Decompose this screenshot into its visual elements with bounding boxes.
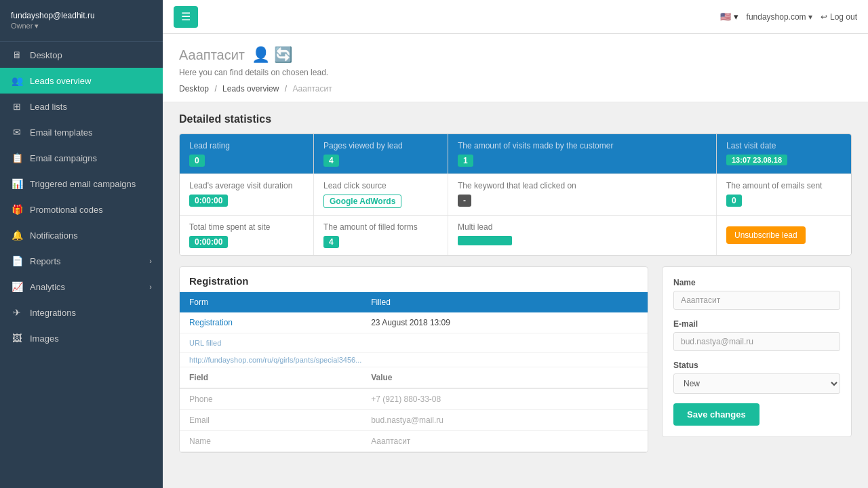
content: Аааптасит 👤 🔄 Here you can find details …: [163, 34, 868, 488]
col-form: Form: [180, 292, 361, 312]
table-header-row: Form Filled: [180, 292, 648, 312]
sidebar: fundayshop@leadhit.ru Owner ▾ 🖥 Desktop …: [0, 0, 163, 488]
registration-table: Form Filled Registration 23 August 2018 …: [180, 292, 648, 452]
domain-selector[interactable]: fundayshop.com ▾: [747, 12, 812, 22]
logout-label: Log out: [830, 12, 857, 22]
field-name: Phone: [180, 388, 361, 410]
flag-icon: 🇺🇸: [720, 12, 731, 22]
user-role[interactable]: Owner ▾: [11, 22, 152, 30]
table-row: Phone +7 (921) 880-33-08: [180, 388, 648, 410]
name-field-group: Name: [673, 278, 840, 310]
breadcrumb: Desktop / Leads overview / Аааптасит: [179, 84, 852, 94]
status-select[interactable]: New In progress Done Rejected: [673, 373, 840, 394]
stats-cell-lead-rating: Lead rating 0: [180, 134, 314, 174]
page-title: Аааптасит: [179, 47, 245, 63]
desktop-icon: 🖥: [11, 49, 23, 60]
save-changes-button[interactable]: Save changes: [673, 403, 760, 426]
page-header-icons: 👤 🔄: [252, 46, 292, 64]
sidebar-item-email-campaigns[interactable]: 📋 Email campaigns: [0, 145, 163, 171]
sidebar-item-triggered-email[interactable]: 📊 Triggered email campaigns: [0, 171, 163, 197]
stats-cell-emails-sent: The amount of emails sent 0: [717, 174, 851, 215]
reg-filled-date: 23 August 2018 13:09: [361, 312, 648, 333]
breadcrumb-current: Аааптасит: [292, 84, 332, 94]
user-email: fundayshop@leadhit.ru: [11, 11, 152, 20]
col-filled: Filled: [361, 292, 648, 312]
table-row: Registration 23 August 2018 13:09: [180, 312, 648, 333]
stats-cell-unsubscribe: Unsubscribe lead: [717, 216, 851, 255]
sidebar-item-label: Reports: [30, 256, 142, 266]
leads-icon: 👥: [11, 75, 23, 86]
registration-section: Registration Form Filled Registration 23…: [163, 266, 868, 464]
sidebar-item-label: Email templates: [30, 127, 152, 138]
logout-icon: ↩: [821, 12, 827, 22]
sidebar-item-images[interactable]: 🖼 Images: [0, 325, 163, 351]
cell-label: Lead click source: [323, 181, 438, 190]
sidebar-item-label: Lead lists: [30, 102, 152, 112]
email-campaigns-icon: 📋: [11, 152, 23, 163]
stats-cell-visits: The amount of visits made by the custome…: [448, 134, 717, 174]
reg-form-link: Registration: [180, 312, 361, 333]
url-value-row: http://fundayshop.com/ru/q/girls/pants/s…: [180, 353, 648, 367]
stats-cell-filled-forms: The amount of filled forms 4: [314, 216, 448, 255]
name-input[interactable]: [673, 291, 840, 310]
breadcrumb-leads-overview[interactable]: Leads overview: [222, 84, 279, 94]
url-label: URL filled: [180, 333, 361, 353]
refresh-icon[interactable]: 🔄: [274, 46, 292, 64]
stats-value-badge: 4: [323, 155, 339, 167]
stats-value-badge: 0: [726, 195, 742, 207]
registration-link[interactable]: Registration: [189, 318, 233, 327]
stats-title: Detailed statistics: [179, 113, 852, 125]
email-label: E-mail: [673, 319, 840, 329]
sidebar-item-email-templates[interactable]: ✉ Email templates: [0, 119, 163, 145]
sidebar-item-label: Integrations: [30, 308, 152, 318]
field-col-header: Field: [180, 367, 361, 389]
analytics-arrow: ›: [149, 283, 152, 291]
topbar-right: 🇺🇸 ▾ fundayshop.com ▾ ↩ Log out: [720, 12, 857, 22]
status-field-group: Status New In progress Done Rejected: [673, 361, 840, 394]
topbar: ☰ 🇺🇸 ▾ fundayshop.com ▾ ↩ Log out: [163, 0, 868, 34]
sidebar-item-integrations[interactable]: ✈ Integrations: [0, 300, 163, 325]
cell-label: The keyword that lead clicked on: [458, 181, 707, 190]
sidebar-item-analytics[interactable]: 📈 Analytics ›: [0, 274, 163, 300]
flag-arrow: ▾: [734, 12, 738, 22]
value-col-header: Value: [361, 367, 648, 389]
sidebar-item-label: Desktop: [30, 50, 152, 60]
cell-label: The amount of emails sent: [726, 181, 842, 190]
field-value: bud.nastya@mail.ru: [361, 410, 648, 431]
field-name: Name: [180, 431, 361, 452]
field-name: Email: [180, 410, 361, 431]
email-field-group: E-mail: [673, 319, 840, 351]
page-header-top: Аааптасит 👤 🔄: [179, 46, 852, 64]
sidebar-item-leads-overview[interactable]: 👥 Leads overview: [0, 68, 163, 94]
language-selector[interactable]: 🇺🇸 ▾: [720, 12, 738, 22]
stats-section: Detailed statistics Lead rating 0 Pages …: [163, 102, 868, 266]
sidebar-item-notifications[interactable]: 🔔 Notifications: [0, 222, 163, 248]
logout-button[interactable]: ↩ Log out: [821, 12, 857, 22]
unsubscribe-button[interactable]: Unsubscribe lead: [726, 226, 806, 244]
field-header-row: Field Value: [180, 367, 648, 389]
menu-button[interactable]: ☰: [174, 6, 198, 28]
url-row: URL filled: [180, 333, 648, 353]
stats-cell-last-visit: Last visit date 13:07 23.08.18: [717, 134, 851, 174]
stats-value-badge: 0: [189, 155, 205, 167]
stats-value-badge: 13:07 23.08.18: [726, 155, 787, 165]
stats-value-badge: 0:00:00: [189, 195, 228, 207]
triggered-email-icon: 📊: [11, 178, 23, 189]
cell-label: The amount of filled forms: [323, 222, 438, 232]
sidebar-nav: 🖥 Desktop 👥 Leads overview ⊞ Lead lists …: [0, 42, 163, 488]
breadcrumb-desktop[interactable]: Desktop: [179, 84, 209, 94]
stats-cell-pages-viewed: Pages viewed by lead 4: [314, 134, 448, 174]
stats-value-badge: 4: [323, 236, 339, 248]
stats-value-badge: 1: [458, 155, 473, 167]
user-icon[interactable]: 👤: [252, 46, 270, 64]
integrations-icon: ✈: [11, 307, 23, 318]
multi-lead-bar: [458, 236, 512, 245]
sidebar-item-desktop[interactable]: 🖥 Desktop: [0, 42, 163, 68]
sidebar-item-reports[interactable]: 📄 Reports ›: [0, 248, 163, 274]
sidebar-item-promotional-codes[interactable]: 🎁 Promotional codes: [0, 197, 163, 222]
sidebar-item-label: Email campaigns: [30, 153, 152, 163]
stats-value-badge: Google AdWords: [323, 195, 401, 208]
registration-table-wrap: Registration Form Filled Registration 23…: [179, 266, 648, 453]
email-input[interactable]: [673, 332, 840, 351]
sidebar-item-lead-lists[interactable]: ⊞ Lead lists: [0, 94, 163, 119]
